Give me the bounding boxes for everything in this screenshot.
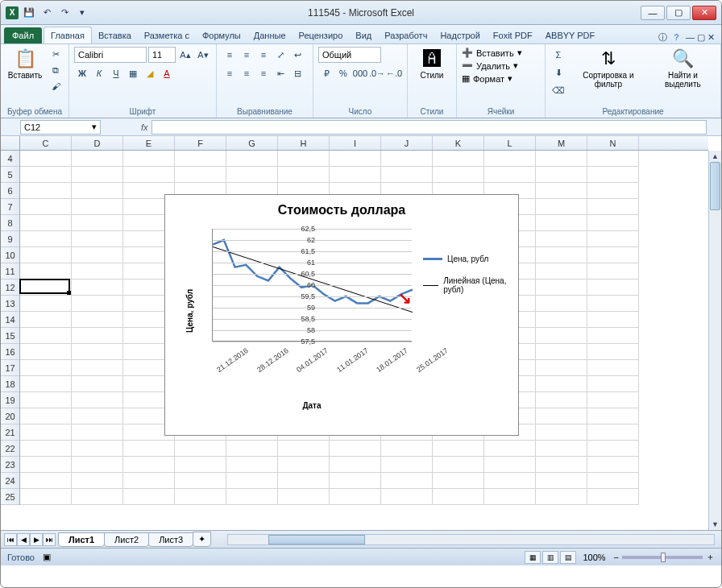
cell[interactable] [381,167,433,183]
cell[interactable] [20,312,72,328]
align-middle-icon[interactable]: ≡ [239,47,255,63]
sheet-nav-last[interactable]: ⏭ [43,533,56,546]
cell[interactable] [536,441,587,457]
cell[interactable] [226,457,278,473]
cell[interactable] [72,183,123,199]
cell[interactable] [484,457,536,473]
font-name-select[interactable]: Calibri [74,47,147,63]
zoom-in-icon[interactable]: ＋ [706,551,715,563]
cell[interactable] [123,151,175,167]
cell[interactable] [72,408,123,424]
cell[interactable] [72,441,123,457]
cell[interactable] [278,457,330,473]
cell[interactable] [536,489,587,505]
cell[interactable] [587,489,639,505]
row-header-14[interactable]: 14 [1,312,19,328]
cell[interactable] [536,360,587,376]
cell[interactable] [226,473,278,489]
zoom-out-icon[interactable]: − [614,553,619,562]
col-header-N[interactable]: N [587,136,639,150]
cell[interactable] [536,344,587,360]
file-tab[interactable]: Файл [4,27,42,43]
row-header-12[interactable]: 12 [1,280,19,296]
cell[interactable] [20,457,72,473]
cell[interactable] [20,199,72,215]
tab-addins[interactable]: Надстрой [434,27,486,43]
cell[interactable] [278,489,330,505]
cell[interactable] [20,489,72,505]
cell[interactable] [20,215,72,231]
cell[interactable] [20,376,72,392]
cell[interactable] [72,167,123,183]
sheet-tab-0[interactable]: Лист1 [58,532,105,547]
embedded-chart[interactable]: Стоимость доллара Цена, рубл Цена, рубл … [164,194,519,436]
col-header-J[interactable]: J [381,136,433,150]
align-left-icon[interactable]: ≡ [222,65,238,81]
cell[interactable] [226,489,278,505]
row-header-8[interactable]: 8 [1,215,19,231]
cell[interactable] [175,473,226,489]
fill-icon[interactable]: ⬇ [550,64,566,81]
cell[interactable] [536,167,587,183]
row-header-23[interactable]: 23 [1,457,19,473]
cell[interactable] [433,489,484,505]
col-header-I[interactable]: I [330,136,381,150]
border-icon[interactable]: ▦ [125,65,141,81]
cell[interactable] [536,215,587,231]
doc-window-controls[interactable]: — ▢ ✕ [686,32,715,43]
currency-icon[interactable]: ₽ [318,65,334,81]
cell[interactable] [20,247,72,263]
sort-filter-button[interactable]: ⇅ Сортировка и фильтр [570,47,647,90]
cell[interactable] [587,376,639,392]
tab-developer[interactable]: Разработч [378,27,434,43]
cell[interactable] [175,457,226,473]
underline-icon[interactable]: Ч [108,65,124,81]
row-header-22[interactable]: 22 [1,441,19,457]
clear-icon[interactable]: ⌫ [550,82,566,98]
vscroll-thumb[interactable] [710,162,720,210]
cell[interactable] [484,151,536,167]
cell[interactable] [20,473,72,489]
tab-review[interactable]: Рецензиро [293,27,350,43]
cell[interactable] [330,489,381,505]
col-header-E[interactable]: E [123,136,175,150]
scroll-down-icon[interactable]: ▼ [709,519,721,530]
row-header-15[interactable]: 15 [1,328,19,344]
wrap-text-icon[interactable]: ↩ [289,47,305,63]
cell[interactable] [536,280,587,296]
row-header-16[interactable]: 16 [1,344,19,360]
paste-button[interactable]: 📋 Вставить [6,47,44,81]
cell[interactable] [72,489,123,505]
merge-icon[interactable]: ⊟ [289,65,305,81]
cell[interactable] [20,263,72,280]
cell[interactable] [20,392,72,408]
cell[interactable] [123,441,175,457]
col-header-M[interactable]: M [536,136,587,150]
cell[interactable] [587,328,639,344]
row-header-17[interactable]: 17 [1,360,19,376]
cell[interactable] [226,441,278,457]
cell[interactable] [123,457,175,473]
tab-abbyy[interactable]: ABBYY PDF [539,27,602,43]
cell[interactable] [20,408,72,424]
cell[interactable] [587,199,639,215]
cell[interactable] [330,151,381,167]
tab-foxit[interactable]: Foxit PDF [487,27,539,43]
cell[interactable] [72,360,123,376]
cell[interactable] [123,167,175,183]
cell[interactable] [175,489,226,505]
row-header-4[interactable]: 4 [1,151,19,167]
cell[interactable] [175,167,226,183]
macro-record-icon[interactable]: ▣ [43,552,51,562]
cell[interactable] [587,247,639,263]
cell[interactable] [226,151,278,167]
cell[interactable] [175,151,226,167]
maximize-button[interactable]: ▢ [666,6,691,20]
row-header-5[interactable]: 5 [1,167,19,183]
orientation-icon[interactable]: ⤢ [272,47,288,63]
row-header-13[interactable]: 13 [1,296,19,312]
cell[interactable] [72,473,123,489]
col-header-H[interactable]: H [278,136,330,150]
col-header-L[interactable]: L [484,136,536,150]
help-icon[interactable]: ？ [672,31,681,43]
